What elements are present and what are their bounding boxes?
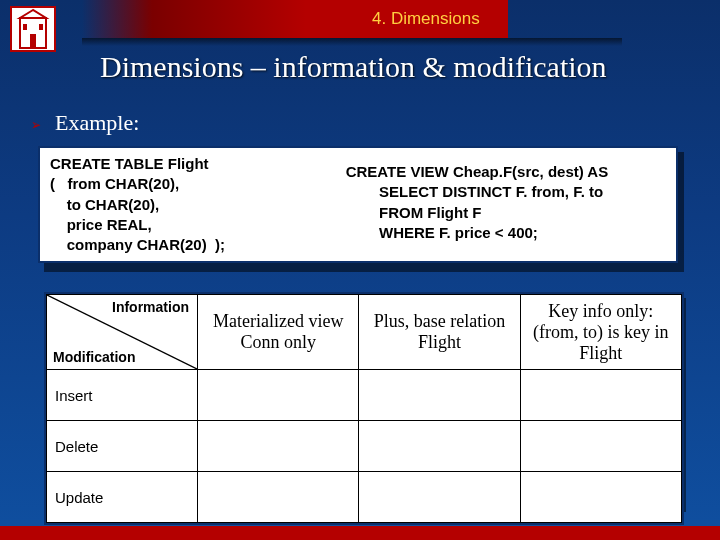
breadcrumb-bar: 4. Dimensions — [82, 0, 508, 38]
row-header: Insert — [47, 370, 198, 421]
svg-rect-5 — [39, 24, 43, 30]
row-header: Update — [47, 472, 198, 523]
bullet-label: Example: — [55, 110, 139, 136]
footer-bar — [0, 526, 720, 540]
svg-rect-4 — [23, 24, 27, 30]
col-header: Key info only: (from, to) is key in Flig… — [520, 295, 681, 370]
slide: 4. Dimensions Dimensions – information &… — [0, 0, 720, 540]
col-header: Materialized view Conn only — [198, 295, 359, 370]
bullet-marker-icon: ➢ — [31, 116, 41, 134]
cell — [198, 472, 359, 523]
bullet-example: ➢ Example: — [30, 110, 139, 136]
col-header: Plus, base relation Flight — [359, 295, 520, 370]
cell — [359, 370, 520, 421]
cell — [359, 421, 520, 472]
table-row: Delete — [47, 421, 682, 472]
row-header: Delete — [47, 421, 198, 472]
cell — [198, 370, 359, 421]
cell — [198, 421, 359, 472]
cell — [359, 472, 520, 523]
building-logo-icon — [8, 4, 58, 54]
diagonal-header-cell: Information Modification — [47, 295, 198, 370]
info-mod-table: Information Modification Materialized vi… — [46, 294, 682, 523]
table-row: Update — [47, 472, 682, 523]
matrix-panel: Information Modification Materialized vi… — [44, 292, 684, 525]
cell — [520, 370, 681, 421]
code-create-table: CREATE TABLE Flight ( from CHAR(20), to … — [50, 154, 346, 255]
svg-rect-3 — [30, 34, 36, 48]
row-axis-label: Modification — [53, 349, 135, 365]
cell — [520, 472, 681, 523]
table-row: Insert — [47, 370, 682, 421]
code-create-view: CREATE VIEW Cheap.F(src, dest) AS SELECT… — [346, 154, 666, 255]
cell — [520, 421, 681, 472]
page-title: Dimensions – information & modification — [100, 50, 607, 84]
code-panel: CREATE TABLE Flight ( from CHAR(20), to … — [38, 146, 678, 263]
col-axis-label: Information — [112, 299, 189, 315]
breadcrumb: 4. Dimensions — [362, 0, 508, 38]
